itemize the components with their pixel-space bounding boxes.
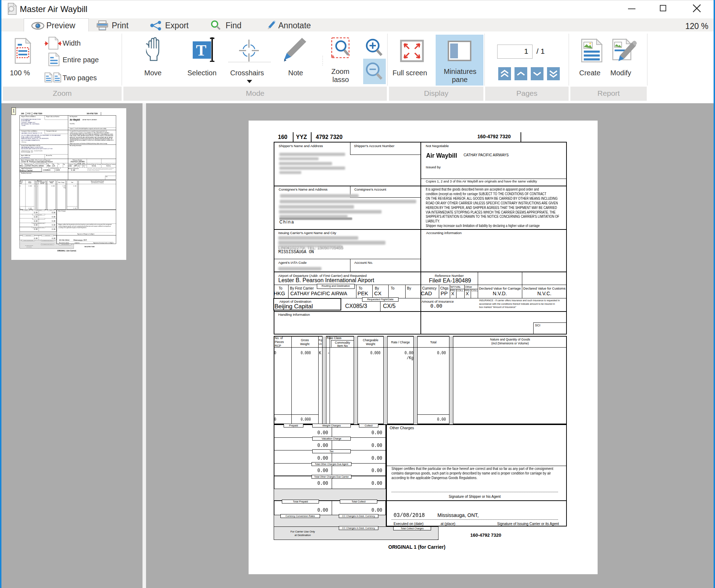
svg-text:T: T	[196, 42, 206, 59]
